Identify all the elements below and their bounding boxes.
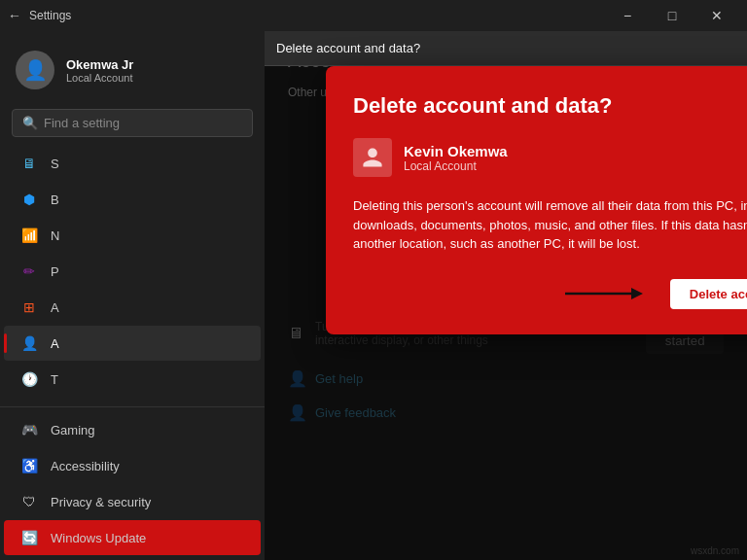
search-icon: 🔍 [22,116,38,130]
user-section: 👤 Okemwa Jr Local Account [0,39,265,105]
sidebar-item-privacy[interactable]: 🛡 Privacy & security [4,484,261,519]
bluetooth-icon: ⬢ [19,190,39,209]
dialog-user-info: Kevin Okemwa Local Account [404,143,508,173]
network-label: N [51,228,59,243]
dialog-user: Kevin Okemwa Local Account [353,138,747,177]
user-info: Okemwa Jr Local Account [66,57,133,84]
privacy-icon: 🛡 [19,492,39,511]
sidebar-bottom: 🎮 Gaming ♿ Accessibility 🛡 Privacy & sec… [0,406,265,560]
apps-icon: ⊞ [19,298,39,317]
bluetooth-label: B [51,192,59,207]
sidebar-item-gaming[interactable]: 🎮 Gaming [4,412,261,447]
main-layout: 👤 Okemwa Jr Local Account 🔍 Find a setti… [0,31,747,560]
arrow-indicator [353,282,658,305]
personalization-icon: ✏ [19,262,39,281]
sidebar-item-accessibility[interactable]: ♿ Accessibility [4,448,261,483]
svg-marker-1 [631,288,643,299]
dialog-avatar [353,138,392,177]
titlebar-title: Settings [29,9,71,22]
personalization-label: P [51,264,59,279]
sidebar-item-apps[interactable]: ⊞ A [4,290,261,325]
dialog-title: Delete account and data? [353,93,747,119]
avatar: 👤 [16,51,54,89]
account-type-label: Local Account [66,72,133,84]
time-label: T [51,372,58,387]
sidebar-item-network[interactable]: 📶 N [4,218,261,253]
accessibility-label: Accessibility [51,459,120,473]
dialog-user-type: Local Account [404,159,508,173]
dialog-titlebar: Delete account and data? [265,31,747,66]
windows-update-label: Windows Update [51,531,146,545]
dialog-overlay: Delete account and data? Delete account … [265,31,747,560]
accounts-label: A [51,336,59,351]
sidebar-item-bluetooth[interactable]: ⬢ B [4,182,261,217]
sidebar-item-personalization[interactable]: ✏ P [4,254,261,289]
minimize-button[interactable]: − [605,0,650,31]
system-icon: 🖥 [19,154,39,173]
sidebar-nav: 🖥 S ⬢ B 📶 N ✏ P ⊞ A 👤 A [0,145,265,406]
sidebar-item-accounts[interactable]: 👤 A [4,326,261,361]
apps-label: A [51,300,59,315]
sidebar-item-time[interactable]: 🕐 T [4,362,261,397]
dialog-message: Deleting this person's account will remo… [353,196,747,254]
system-label: S [51,157,59,171]
dialog-user-name: Kevin Okemwa [404,143,508,159]
maximize-button[interactable]: □ [650,0,694,31]
titlebar-left: ← Settings [8,8,71,23]
dialog-titlebar-text: Delete account and data? [276,41,420,55]
titlebar: ← Settings − □ ✕ [0,0,747,31]
sidebar: 👤 Okemwa Jr Local Account 🔍 Find a setti… [0,31,265,560]
gaming-label: Gaming [51,423,95,438]
sidebar-item-windows-update[interactable]: 🔄 Windows Update [4,520,261,555]
network-icon: 📶 [19,226,39,245]
content-area: Accounts › Family & other users Other us… [265,31,747,560]
privacy-label: Privacy & security [51,495,151,509]
accounts-icon: 👤 [19,333,39,353]
delete-button[interactable]: Delete account and data [670,279,747,309]
windows-update-icon: 🔄 [19,528,39,547]
gaming-icon: 🎮 [19,420,39,439]
accessibility-icon: ♿ [19,456,39,475]
username: Okemwa Jr [66,57,133,72]
time-icon: 🕐 [19,369,39,389]
dialog-actions: Delete account and data Cancel [353,277,747,311]
search-placeholder: Find a setting [44,116,120,130]
search-input[interactable]: 🔍 Find a setting [12,109,253,137]
back-icon[interactable]: ← [8,8,21,23]
titlebar-controls: − □ ✕ [605,0,739,31]
dialog-box: Delete account and data? Kevin Okemwa Lo… [326,66,747,334]
sidebar-item-system[interactable]: 🖥 S [4,146,261,181]
close-button[interactable]: ✕ [694,0,739,31]
